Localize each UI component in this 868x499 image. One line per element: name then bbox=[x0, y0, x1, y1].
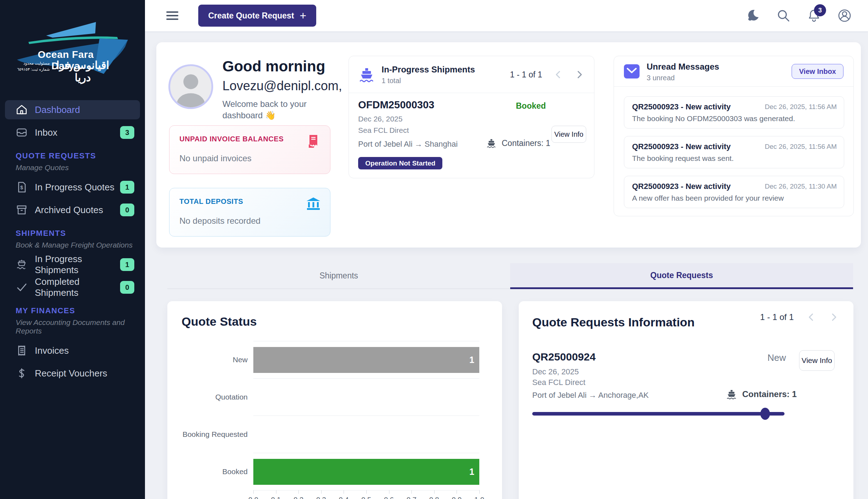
view-info-button[interactable]: View Info bbox=[799, 350, 835, 371]
status-label: New bbox=[767, 352, 786, 363]
section-title-quote-requests: QUOTE REQUESTS bbox=[16, 151, 140, 161]
x-tick: 0.0 bbox=[248, 496, 258, 499]
message-item[interactable]: QR25000923 - New activity Dec 26, 2025, … bbox=[624, 96, 844, 129]
message-body: The booking request was sent. bbox=[632, 154, 734, 163]
message-item[interactable]: QR25000923 - New activity Dec 26, 2025, … bbox=[624, 176, 844, 208]
message-item[interactable]: QR25000923 - New activity Dec 26, 2025, … bbox=[624, 136, 844, 168]
chart-row bbox=[253, 379, 479, 416]
in-progress-shipments-card: In-Progress Shipments 1 total 1 - 1 of 1… bbox=[349, 56, 594, 178]
app-root: Ocean Fara Darya اقيانوس فرا دريا مسئولی… bbox=[0, 0, 868, 499]
section-title-shipments: SHIPMENTS bbox=[16, 229, 140, 238]
user-profile-icon[interactable] bbox=[837, 9, 852, 23]
sidebar-item-label: In Progress Quotes bbox=[35, 182, 114, 193]
chevron-right-icon[interactable] bbox=[829, 312, 839, 322]
top-bar: Create Quote Request + 3 bbox=[145, 0, 868, 31]
inbox-icon bbox=[16, 126, 28, 139]
total-deposits-card: TOTAL DEPOSITS No deposits recorded bbox=[169, 188, 330, 237]
sidebar-item-completed-shipments[interactable]: Completed Shipments 0 bbox=[5, 278, 140, 297]
tab-shipments[interactable]: Shipments bbox=[167, 263, 510, 289]
chart-title: Quote Status bbox=[182, 315, 257, 329]
view-info-button[interactable]: View Info bbox=[551, 126, 586, 143]
x-tick: 0.4 bbox=[339, 496, 349, 499]
shipment-mode: Sea FCL Direct bbox=[358, 126, 409, 135]
greeting-email: Lovezu@denipl.com, bbox=[222, 78, 342, 93]
sidebar-item-in-progress-quotes[interactable]: $ In Progress Quotes 1 bbox=[5, 178, 140, 197]
quote-document-icon: $ bbox=[16, 181, 28, 193]
containers-info: Containers: 1 bbox=[726, 389, 797, 400]
main-area: Create Quote Request + 3 Good morning bbox=[145, 0, 868, 499]
unpaid-invoices-title: UNPAID INVOICE BALANCES bbox=[179, 135, 284, 143]
tab-quote-requests[interactable]: Quote Requests bbox=[510, 263, 853, 289]
progress-slider-track[interactable] bbox=[532, 412, 785, 416]
card-subtitle: 1 total bbox=[382, 77, 401, 85]
quote-mode: Sea FCL Direct bbox=[532, 378, 586, 387]
slider-thumb[interactable] bbox=[760, 408, 770, 420]
message-time: Dec 26, 2025, 11:56 AM bbox=[765, 143, 837, 151]
menu-toggle-icon[interactable] bbox=[166, 9, 178, 22]
envelope-icon bbox=[623, 63, 640, 80]
sidebar-item-archived-quotes[interactable]: Archived Quotes 0 bbox=[5, 200, 140, 219]
containers-info: Containers: 1 bbox=[486, 138, 550, 148]
axis-label-booking-requested: Booking Requested bbox=[167, 416, 248, 453]
sidebar-item-in-progress-shipments[interactable]: In Progress Shipments 1 bbox=[5, 255, 140, 274]
operation-status-badge: Operation Not Started bbox=[358, 157, 442, 169]
message-time: Dec 26, 2025, 11:56 AM bbox=[765, 103, 837, 111]
message-title: QR25000923 - New activity bbox=[632, 182, 731, 191]
axis-label-booked: Booked bbox=[167, 453, 248, 490]
section-title-my-finances: MY FINANCES bbox=[16, 306, 140, 315]
dashboard-hero-card: Good morning Lovezu@denipl.com, Welcome … bbox=[156, 42, 861, 248]
view-inbox-button[interactable]: View Inbox bbox=[792, 64, 843, 79]
search-icon[interactable] bbox=[776, 9, 791, 23]
brand-subtext-arabic: مسئولیت محدود شماره ثبت: ٦٥٩١٥٣ bbox=[16, 60, 50, 72]
card-title: Unread Messages bbox=[647, 62, 719, 72]
ship-icon-small bbox=[726, 389, 737, 400]
notifications-bell[interactable]: 3 bbox=[807, 9, 821, 23]
chart-row bbox=[253, 416, 479, 453]
bank-icon bbox=[306, 196, 321, 211]
total-deposits-body: No deposits recorded bbox=[179, 216, 260, 226]
x-tick: 0.8 bbox=[429, 496, 439, 499]
chart-row: 1 bbox=[253, 453, 479, 490]
sidebar-item-label: Inbox bbox=[35, 127, 58, 138]
x-tick: 0.3 bbox=[316, 496, 326, 499]
top-right-icons: 3 bbox=[746, 9, 852, 23]
chevron-left-icon[interactable] bbox=[806, 312, 816, 322]
sidebar-nav: Dashboard Inbox 3 QUOTE REQUESTS Manage … bbox=[0, 92, 145, 383]
create-quote-request-button[interactable]: Create Quote Request + bbox=[198, 5, 316, 27]
dark-mode-moon-icon[interactable] bbox=[746, 9, 760, 23]
sidebar: Ocean Fara Darya اقيانوس فرا دريا مسئولی… bbox=[0, 0, 145, 499]
quote-route: Port of Jebel Ali → Anchorage,AK bbox=[532, 391, 649, 400]
sidebar-item-label: Archived Quotes bbox=[35, 205, 103, 216]
quote-date: Dec 26, 2025 bbox=[532, 367, 579, 376]
invoice-icon bbox=[306, 134, 321, 148]
count-badge: 1 bbox=[120, 258, 134, 271]
axis-label-quotation: Quotation bbox=[167, 378, 248, 416]
chart-plot-area: 1 1 bbox=[253, 341, 479, 490]
shipment-route: Port of Jebel Ali → Shanghai bbox=[358, 140, 458, 149]
sidebar-item-inbox[interactable]: Inbox 3 bbox=[5, 123, 140, 142]
bar-value-label: 1 bbox=[469, 355, 474, 365]
axis-label-new: New bbox=[167, 341, 248, 378]
status-badge: Booked bbox=[516, 101, 546, 111]
sidebar-item-label: Dashboard bbox=[35, 104, 80, 115]
chevron-right-icon[interactable] bbox=[574, 69, 585, 80]
archive-box-icon bbox=[16, 204, 28, 216]
chevron-left-icon[interactable] bbox=[553, 69, 564, 80]
message-body: The booking No OFDM25000303 was generate… bbox=[632, 114, 795, 123]
greeting-title: Good morning bbox=[222, 58, 325, 75]
svg-text:$: $ bbox=[20, 185, 23, 190]
invoice-receipt-icon bbox=[16, 345, 28, 357]
message-title: QR25000923 - New activity bbox=[632, 142, 731, 151]
count-badge: 0 bbox=[120, 281, 134, 294]
section-subtitle: View Accounting Documents and Reports bbox=[16, 318, 140, 335]
unpaid-invoices-card: UNPAID INVOICE BALANCES No unpaid invoic… bbox=[169, 125, 330, 174]
quote-requests-info-card: Quote Requests Information 1 - 1 of 1 QR… bbox=[519, 301, 853, 499]
sidebar-item-dashboard[interactable]: Dashboard bbox=[5, 100, 140, 119]
sidebar-item-invoices[interactable]: Invoices bbox=[5, 341, 140, 360]
notification-count-badge: 3 bbox=[814, 4, 826, 16]
sidebar-item-receipt-vouchers[interactable]: Receipt Vouchers bbox=[5, 364, 140, 383]
brand-logo: Ocean Fara Darya اقيانوس فرا دريا مسئولی… bbox=[0, 0, 145, 92]
plus-icon: + bbox=[300, 10, 307, 21]
x-tick: 0.7 bbox=[406, 496, 416, 499]
bar-new: 1 bbox=[253, 347, 479, 373]
